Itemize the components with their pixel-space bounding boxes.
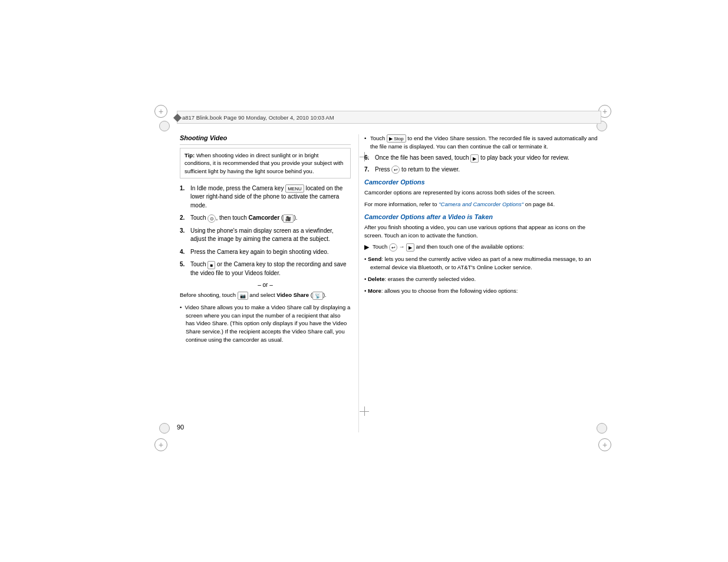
tip-box: Tip: When shooting video in direct sunli…: [180, 148, 351, 178]
arrow-bullet-item: ▶ Touch ↩ → ▶ and then touch one of the …: [364, 243, 600, 252]
play-icon: ▶: [470, 154, 479, 163]
back-icon-2: ↩: [389, 243, 397, 252]
step-4: 4. Press the Camera key again to begin s…: [180, 248, 351, 257]
camcorder-label: Camcorder: [249, 214, 280, 221]
camera-mode-icon: ⊙: [207, 214, 216, 223]
step-2: 2. Touch ⊙, then touch Camcorder (🎥).: [180, 214, 351, 223]
tip-label: Tip:: [185, 152, 195, 158]
before-shoot-icon: 📷: [238, 292, 248, 300]
step-4-content: Press the Camera key again to begin shoo…: [190, 248, 351, 257]
stop-session-icon: ▶ Stop: [387, 134, 406, 143]
send-bullet: • Send: lets you send the currently acti…: [364, 255, 600, 272]
step-7: 7. Press ↩ to return to the viewer.: [364, 166, 600, 174]
section-title: Shooting Video: [180, 134, 351, 141]
video-share-bullet-section: • Video Share allows you to make a Video…: [180, 303, 351, 344]
send-label: Send: [368, 256, 381, 262]
steps-list: 1. In Idle mode, press the Camera key ME…: [180, 184, 351, 278]
step-7-content: Press ↩ to return to the viewer.: [375, 166, 600, 174]
before-shooting-text: Before shooting, touch 📷 and select Vide…: [180, 291, 351, 299]
step-7-num: 7.: [364, 166, 375, 174]
more-label: More: [368, 287, 381, 294]
camcorder-options-title: Camcorder Options: [364, 178, 600, 186]
section-divider: [180, 144, 351, 145]
side-circle-tl: [159, 121, 170, 131]
options-bullets: • Send: lets you send the currently acti…: [364, 255, 600, 295]
video-share-icon: 📡: [312, 292, 323, 300]
or-separator: – or –: [180, 282, 351, 288]
delete-bullet: • Delete: erases the currently selected …: [364, 275, 600, 283]
camcorder-icon: 🎥: [283, 214, 294, 223]
camcorder-options-body2: For more information, refer to "Camera a…: [364, 200, 600, 209]
header-diamond: [173, 114, 182, 122]
step-1-content: In Idle mode, press the Camera key MENU …: [190, 184, 351, 210]
step-2-num: 2.: [180, 214, 190, 223]
column-divider: [358, 134, 359, 432]
step-5-content: Touch ■ or the Camera key to stop the re…: [190, 260, 351, 277]
delete-label: Delete: [368, 276, 385, 282]
step-1: 1. In Idle mode, press the Camera key ME…: [180, 184, 351, 210]
steps-list-right: 6. Once the file has been saved, touch ▶…: [364, 154, 600, 174]
reg-mark-br: [598, 438, 611, 451]
left-column: Shooting Video Tip: When shooting video …: [180, 134, 351, 432]
step-6-content: Once the file has been saved, touch ▶ to…: [375, 154, 600, 163]
arrow-bullet-text: Touch ↩ → ▶ and then touch one of the av…: [373, 243, 524, 251]
header-bar: a817 Blink.book Page 90 Monday, October …: [177, 111, 601, 124]
tip-text: When shooting video in direct sunlight o…: [185, 152, 343, 174]
arrow-symbol: ▶: [364, 243, 373, 252]
step-3: 3. Using the phone's main display screen…: [180, 227, 351, 244]
page-container: a817 Blink.book Page 90 Monday, October …: [0, 0, 728, 562]
camcorder-after-title: Camcorder Options after a Video is Taken: [364, 213, 600, 220]
camcorder-options-link: "Camera and Camcorder Options": [439, 201, 523, 207]
step-5-num: 5.: [180, 260, 190, 269]
step-6: 6. Once the file has been saved, touch ▶…: [364, 154, 600, 163]
step-6-num: 6.: [364, 154, 375, 163]
reg-mark-tl: [154, 105, 167, 118]
play-icon-2: ▶: [406, 243, 414, 252]
camcorder-options-body1: Camcorder options are represented by ico…: [364, 189, 600, 197]
more-bullet: • More: allows you to choose from the fo…: [364, 287, 600, 295]
reg-mark-bl: [154, 438, 167, 451]
step-3-content: Using the phone's main display screen as…: [190, 227, 351, 244]
step-5: 5. Touch ■ or the Camera key to stop the…: [180, 260, 351, 277]
step-4-num: 4.: [180, 248, 190, 257]
video-share-bullet: • Video Share allows you to make a Video…: [180, 303, 351, 344]
step-3-num: 3.: [180, 227, 190, 236]
step-2-content: Touch ⊙, then touch Camcorder (🎥).: [190, 214, 351, 223]
step-1-num: 1.: [180, 184, 190, 193]
touch-stop-text: Touch ▶ Stop to end the Video Share sess…: [370, 134, 600, 151]
bullet-dot-1: •: [364, 134, 370, 143]
touch-stop-bullet: • Touch ▶ Stop to end the Video Share se…: [364, 134, 600, 151]
camera-key-icon: MENU: [285, 184, 304, 193]
right-column: • Touch ▶ Stop to end the Video Share se…: [364, 134, 600, 432]
back-icon: ↩: [391, 166, 400, 174]
header-text: a817 Blink.book Page 90 Monday, October …: [182, 114, 334, 121]
camcorder-after-body: After you finish shooting a video, you c…: [364, 223, 600, 240]
video-share-label: Video Share: [276, 292, 309, 298]
side-circle-bl: [159, 423, 170, 434]
stop-icon: ■: [207, 261, 215, 269]
